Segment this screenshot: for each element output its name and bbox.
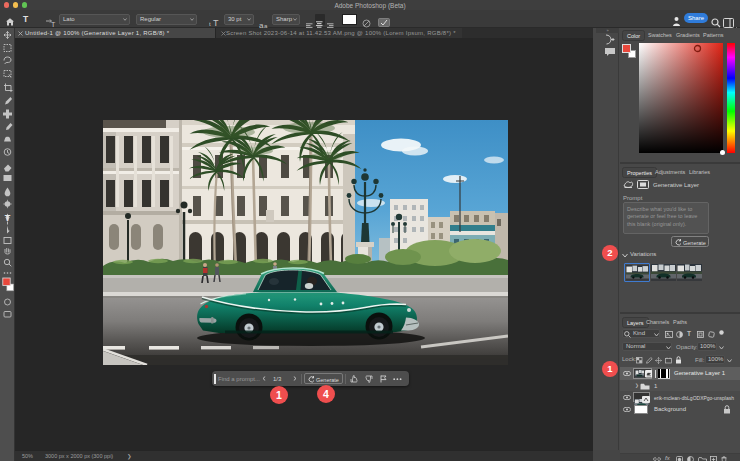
svg-text:T: T	[51, 21, 56, 28]
svg-text:T: T	[5, 213, 11, 223]
svg-text:t: t	[209, 21, 211, 27]
svg-text:T: T	[213, 18, 219, 28]
